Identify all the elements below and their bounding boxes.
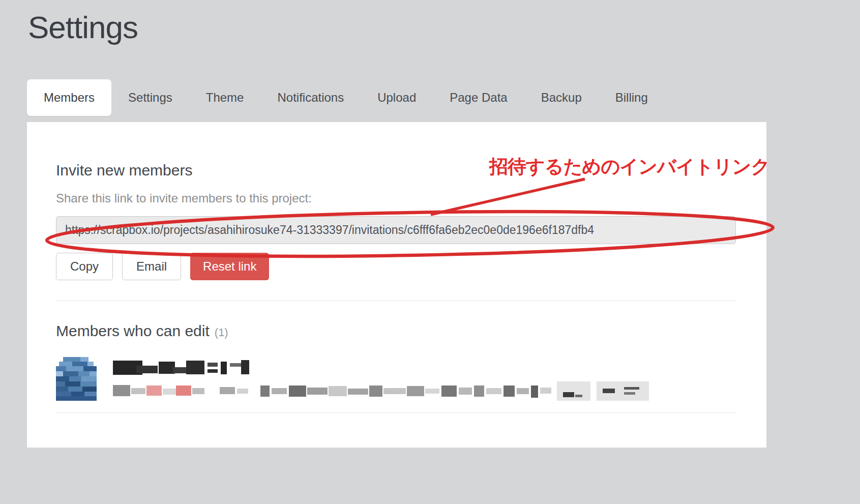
invite-link-input[interactable] — [56, 216, 736, 244]
invite-actions: Copy Email Reset link — [56, 253, 736, 280]
section-divider — [56, 301, 736, 301]
copy-button[interactable]: Copy — [56, 253, 113, 280]
tab-theme[interactable]: Theme — [189, 79, 261, 116]
invite-link-annotation: 招待するためのインバイトリンク — [489, 154, 769, 180]
tab-page-data[interactable]: Page Data — [433, 79, 524, 116]
tab-notifications[interactable]: Notifications — [260, 79, 361, 116]
member-row-divider — [56, 412, 736, 413]
members-heading: Members who can edit(1) — [56, 322, 736, 340]
tab-upload[interactable]: Upload — [361, 79, 433, 116]
tab-settings[interactable]: Settings — [111, 79, 189, 116]
settings-page: Settings Members Settings Theme Notifica… — [0, 0, 860, 504]
member-row — [56, 357, 736, 401]
email-button[interactable]: Email — [122, 253, 181, 280]
reset-link-button[interactable]: Reset link — [190, 253, 269, 280]
members-count: (1) — [215, 326, 228, 339]
pixelated-avatar-icon — [56, 357, 97, 401]
redacted-member-details — [113, 381, 649, 401]
tab-billing[interactable]: Billing — [599, 79, 665, 116]
members-heading-text: Members who can edit — [56, 322, 210, 339]
page-title: Settings — [28, 9, 138, 45]
settings-tab-bar: Members Settings Theme Notifications Upl… — [27, 79, 665, 116]
redacted-member-name — [113, 357, 250, 377]
tab-backup[interactable]: Backup — [524, 79, 599, 116]
invite-description: Share this link to invite members to thi… — [56, 191, 736, 205]
tab-members[interactable]: Members — [27, 79, 111, 116]
member-info — [113, 357, 649, 401]
